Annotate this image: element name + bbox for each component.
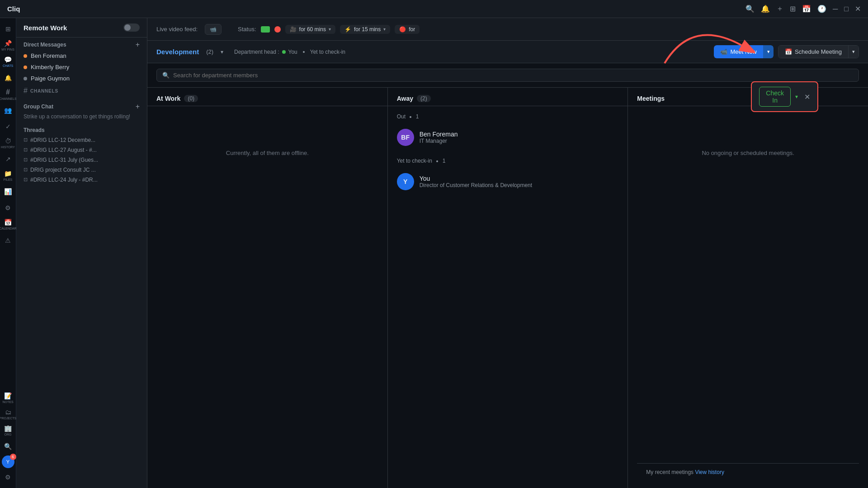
dm-header: Direct Messages + bbox=[16, 38, 147, 50]
status-green-indicator bbox=[261, 26, 270, 33]
away-count: (2) bbox=[417, 95, 431, 102]
group-chat-empty-text: Strike up a conversation to get things r… bbox=[24, 113, 140, 121]
workspace-title: Remote Work bbox=[24, 24, 67, 32]
toggle-switch[interactable] bbox=[123, 23, 140, 32]
checkin-popup: Check In ▾ ✕ bbox=[751, 81, 818, 112]
dept-you-label: You bbox=[288, 49, 297, 55]
meet-now-btn-group: 📹 Meet Now ▾ bbox=[714, 45, 774, 58]
search-icon[interactable]: 🔍 bbox=[745, 5, 755, 13]
checkin-button[interactable]: Check In bbox=[759, 87, 791, 107]
person-card-ben: BF Ben Foreman IT Manager bbox=[397, 124, 619, 150]
video-feed-bar: Live video feed: 📹 Status: 🎥 for 60 mins… bbox=[147, 18, 868, 41]
sidebar-item-channels[interactable]: # CHANNELS bbox=[1, 87, 15, 101]
sidebar-item-tasks[interactable]: ✓ bbox=[1, 119, 15, 134]
checkin-label: Check In bbox=[766, 89, 784, 104]
view-history-link[interactable]: View history bbox=[695, 469, 724, 475]
search-input[interactable] bbox=[173, 72, 853, 79]
timer15-dropdown-icon[interactable]: ▾ bbox=[383, 27, 386, 32]
threads-label: Threads bbox=[24, 127, 140, 133]
status-dot-paige bbox=[24, 77, 27, 80]
separator-dot bbox=[303, 51, 305, 53]
status-section: Status: 🎥 for 60 mins ▾ ⚡ for 15 mins ▾ bbox=[238, 25, 420, 34]
thread-item-3[interactable]: ⊡ #DRIG LLC-31 July (Gues... bbox=[24, 155, 140, 165]
status-timer-60: 🎥 for 60 mins ▾ bbox=[285, 25, 335, 34]
status-timer-extra: 🔴 for bbox=[395, 25, 420, 34]
schedule-chevron[interactable]: ▾ bbox=[848, 46, 859, 58]
person-info-you: You Director of Customer Relations & Dev… bbox=[420, 175, 532, 188]
sidebar-item-analytics[interactable]: 📊 bbox=[1, 184, 15, 199]
window-maximize[interactable]: □ bbox=[844, 5, 849, 13]
sidebar-item-contacts[interactable]: 👥 bbox=[1, 103, 15, 117]
checkin-close-button[interactable]: ✕ bbox=[804, 93, 810, 101]
plus-icon[interactable]: ＋ bbox=[776, 4, 783, 14]
sidebar-item-notifications[interactable]: 🔔 bbox=[1, 70, 15, 85]
record-icon: 🔴 bbox=[399, 26, 406, 33]
person-name-ben: Ben Foreman bbox=[420, 131, 458, 138]
at-work-empty-msg: Currently, all of them are offline. bbox=[156, 150, 378, 156]
app-title: Cliq bbox=[7, 5, 745, 13]
meetings-body: No ongoing or scheduled meetings. My rec… bbox=[628, 106, 868, 488]
calendar-icon[interactable]: 📅 bbox=[802, 5, 811, 13]
thread-item-2[interactable]: ⊡ #DRIG LLC-27 August - #... bbox=[24, 145, 140, 155]
at-work-header: At Work (0) bbox=[147, 88, 387, 106]
person-card-you: Y You Director of Customer Relations & D… bbox=[397, 169, 619, 195]
dm-add-button[interactable]: + bbox=[136, 41, 140, 48]
sidebar-item-settings[interactable]: ⚙ bbox=[1, 470, 15, 484]
thread-icon-3: ⊡ bbox=[24, 157, 28, 163]
out-label: Out 1 bbox=[397, 113, 619, 120]
sidebar-item-alerts[interactable]: ⚠ bbox=[1, 233, 15, 248]
video-feed-button[interactable]: 📹 bbox=[205, 24, 222, 35]
left-panel-header: Remote Work bbox=[16, 18, 147, 38]
dm-item-ben[interactable]: Ben Foreman bbox=[16, 50, 147, 61]
dept-info: Department head : You Yet to check-in bbox=[234, 49, 345, 55]
meet-now-button[interactable]: 📹 Meet Now bbox=[714, 45, 763, 58]
sidebar-item-files[interactable]: 📁 FILES bbox=[1, 168, 15, 183]
meet-now-chevron[interactable]: ▾ bbox=[763, 45, 774, 58]
sidebar-bottom: 📝 NOTES 🗂 PROJECTS 🏢 ORG 🔍 Y bbox=[1, 390, 15, 488]
dm-name-ben: Ben Foreman bbox=[31, 52, 66, 59]
top-bar: Cliq 🔍 🔔 ＋ ⊞ 📅 🕐 ─ □ ✕ bbox=[0, 0, 868, 18]
sidebar-item-integrations[interactable]: ⚙ bbox=[1, 201, 15, 215]
status-dot-kimberly bbox=[24, 66, 27, 69]
dept-chevron-icon[interactable]: ▾ bbox=[221, 49, 223, 55]
dept-head-label: Department head : bbox=[234, 49, 279, 55]
window-minimize[interactable]: ─ bbox=[833, 5, 838, 13]
bell-icon[interactable]: 🔔 bbox=[761, 5, 770, 13]
channels-section[interactable]: # CHANNELS bbox=[16, 84, 147, 98]
dm-name-paige: Paige Guymon bbox=[31, 75, 70, 82]
sidebar-item-org[interactable]: 🏢 ORG bbox=[1, 423, 15, 437]
dept-name[interactable]: Development bbox=[156, 48, 199, 56]
sidebar-item-home[interactable]: ⊞ bbox=[1, 22, 15, 36]
sidebar-item-search[interactable]: 🔍 bbox=[1, 439, 15, 454]
schedule-meeting-button[interactable]: 📅 Schedule Meeting bbox=[778, 46, 848, 58]
sidebar-item-share[interactable]: ↗ bbox=[1, 152, 15, 166]
thread-item-5[interactable]: ⊡ #DRIG LLC-24 July - #DR... bbox=[24, 175, 140, 185]
thread-item-4[interactable]: ⊡ DRIG project Consult JC ... bbox=[24, 165, 140, 175]
sidebar-item-notes[interactable]: 📝 NOTES bbox=[1, 390, 15, 405]
sidebar-item-calendar[interactable]: 📅 CALENDAR bbox=[1, 217, 15, 231]
grid-icon[interactable]: ⊞ bbox=[790, 5, 796, 13]
meetings-footer: My recent meetings View history bbox=[637, 463, 859, 481]
video-feed-label: Live video feed: bbox=[156, 26, 198, 33]
sidebar-item-pins[interactable]: 📌 MY PINS bbox=[1, 38, 15, 52]
person-role-ben: IT Manager bbox=[420, 138, 458, 144]
col-away: Away (2) Out 1 BF Ben Foreman bbox=[388, 88, 628, 488]
timer-60-label: for 60 mins bbox=[299, 26, 326, 33]
sidebar-item-history[interactable]: ⏱ HISTORY bbox=[1, 136, 15, 150]
dm-item-paige[interactable]: Paige Guymon bbox=[16, 73, 147, 84]
group-chat-add-button[interactable]: + bbox=[136, 103, 140, 110]
recent-meetings-label: My recent meetings bbox=[646, 469, 693, 475]
clock-icon[interactable]: 🕐 bbox=[817, 5, 826, 13]
dm-item-kimberly[interactable]: Kimberly Berry bbox=[16, 61, 147, 73]
thread-item-1[interactable]: ⊡ #DRIG LLC-12 Decembe... bbox=[24, 135, 140, 145]
window-close[interactable]: ✕ bbox=[855, 5, 861, 13]
timer-dropdown-icon[interactable]: ▾ bbox=[329, 27, 331, 32]
thread-name-2: #DRIG LLC-27 August - #... bbox=[30, 147, 97, 153]
checkin-chevron-icon[interactable]: ▾ bbox=[795, 94, 798, 100]
group-chat-section: Group Chat + Strike up a conversation to… bbox=[16, 98, 147, 123]
left-panel: Remote Work Direct Messages + Ben Forema… bbox=[16, 18, 147, 488]
sidebar-item-projects[interactable]: 🗂 PROJECTS bbox=[1, 407, 15, 421]
thread-name-5: #DRIG LLC-24 July - #DR... bbox=[30, 177, 98, 183]
columns-row: At Work (0) Currently, all of them are o… bbox=[147, 87, 868, 488]
sidebar-item-chats[interactable]: 💬 CHATS bbox=[1, 54, 15, 69]
